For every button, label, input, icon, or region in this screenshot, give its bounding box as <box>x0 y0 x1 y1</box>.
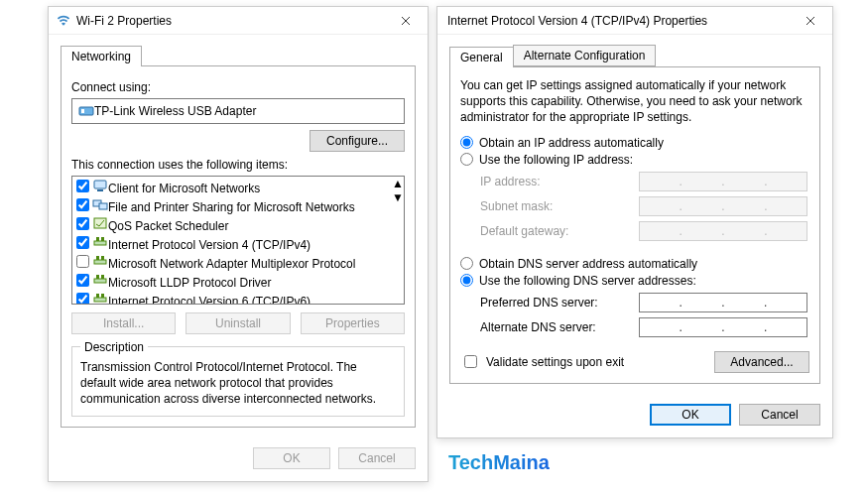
radio-ip-manual-input[interactable] <box>460 153 473 166</box>
list-item[interactable]: Internet Protocol Version 6 (TCP/IPv6) <box>72 290 392 304</box>
general-panel: You can get IP settings assigned automat… <box>449 67 820 384</box>
svg-rect-18 <box>101 294 104 298</box>
protocol-icon <box>92 254 108 268</box>
alternate-dns-field[interactable]: . . . <box>639 317 807 337</box>
adapter-name: TP-Link Wireless USB Adapter <box>94 104 256 118</box>
alternate-dns-octet-1[interactable] <box>647 319 673 335</box>
list-item-checkbox[interactable] <box>76 198 89 211</box>
list-item-label: Microsoft LLDP Protocol Driver <box>108 276 272 290</box>
protocol-icon <box>92 273 108 287</box>
alternate-dns-label: Alternate DNS server: <box>480 320 639 334</box>
list-item-checkbox[interactable] <box>76 180 89 192</box>
titlebar: Internet Protocol Version 4 (TCP/IPv4) P… <box>437 7 832 35</box>
list-item[interactable]: Microsoft Network Adapter Multiplexor Pr… <box>72 252 392 271</box>
subnet-mask-label: Subnet mask: <box>480 199 639 213</box>
close-button[interactable] <box>791 8 830 34</box>
install-button[interactable]: Install... <box>71 312 176 334</box>
list-item-checkbox[interactable] <box>76 293 89 304</box>
adapter-field: TP-Link Wireless USB Adapter <box>71 98 405 124</box>
svg-rect-7 <box>94 241 106 245</box>
close-button[interactable] <box>386 8 426 34</box>
radio-ip-auto[interactable]: Obtain an IP address automatically <box>460 136 809 150</box>
list-item-checkbox[interactable] <box>76 217 89 230</box>
subnet-mask-field: ... <box>639 196 807 216</box>
dialog-title: Internet Protocol Version 4 (TCP/IPv4) P… <box>445 14 791 28</box>
adapter-icon <box>78 104 94 118</box>
intro-text: You can get IP settings assigned automat… <box>460 77 809 126</box>
properties-button[interactable]: Properties <box>301 312 405 334</box>
radio-dns-auto-label: Obtain DNS server address automatically <box>479 257 697 271</box>
cancel-button[interactable]: Cancel <box>338 447 416 469</box>
tab-networking[interactable]: Networking <box>61 46 142 66</box>
connection-items-listbox[interactable]: Client for Microsoft NetworksFile and Pr… <box>71 176 405 305</box>
validate-settings-input[interactable] <box>464 355 477 368</box>
radio-dns-auto[interactable]: Obtain DNS server address automatically <box>460 257 809 271</box>
list-item-checkbox[interactable] <box>76 274 89 287</box>
scroll-down-arrow[interactable]: ▼ <box>392 190 404 204</box>
list-item[interactable]: QoS Packet Scheduler <box>72 214 392 233</box>
preferred-dns-field[interactable]: . . . <box>639 293 807 312</box>
list-item-label: QoS Packet Scheduler <box>108 219 228 233</box>
wifi-icon <box>57 14 70 28</box>
radio-ip-manual-label: Use the following IP address: <box>479 153 633 167</box>
list-item[interactable]: File and Printer Sharing for Microsoft N… <box>72 195 392 214</box>
networking-panel: Connect using: TP-Link Wireless USB Adap… <box>61 66 416 428</box>
radio-ip-auto-input[interactable] <box>460 136 473 149</box>
wifi-properties-dialog: Wi-Fi 2 Properties Networking Connect us… <box>48 6 429 482</box>
dialog-body: General Alternate Configuration You can … <box>437 35 832 394</box>
ok-button[interactable]: OK <box>650 404 731 426</box>
list-item-checkbox[interactable] <box>76 236 89 249</box>
svg-rect-12 <box>101 256 104 260</box>
ipv4-properties-dialog: Internet Protocol Version 4 (TCP/IPv4) P… <box>436 6 833 438</box>
ip-address-label: IP address: <box>480 175 639 188</box>
cancel-button[interactable]: Cancel <box>739 404 820 426</box>
description-groupbox: Description Transmission Control Protoco… <box>71 346 405 417</box>
radio-dns-manual-label: Use the following DNS server addresses: <box>479 274 696 288</box>
list-item[interactable]: Internet Protocol Version 4 (TCP/IPv4) <box>72 233 392 252</box>
svg-rect-5 <box>99 203 107 209</box>
default-gateway-row: Default gateway: ... <box>480 221 809 241</box>
alternate-dns-row: Alternate DNS server: . . . <box>480 317 809 337</box>
list-item[interactable]: Client for Microsoft Networks <box>72 177 392 195</box>
validate-settings-checkbox[interactable]: Validate settings upon exit <box>460 352 624 371</box>
advanced-button[interactable]: Advanced... <box>714 351 809 373</box>
uninstall-button[interactable]: Uninstall <box>186 312 290 334</box>
tab-general[interactable]: General <box>449 47 514 67</box>
alternate-dns-octet-2[interactable] <box>689 319 715 335</box>
scroll-up-arrow[interactable]: ▲ <box>392 177 404 190</box>
alternate-dns-octet-4[interactable] <box>774 319 800 335</box>
list-item[interactable]: Microsoft LLDP Protocol Driver <box>72 271 392 290</box>
protocol-icon <box>92 292 108 304</box>
svg-rect-17 <box>96 294 99 298</box>
connect-using-label: Connect using: <box>71 80 405 94</box>
preferred-dns-label: Preferred DNS server: <box>480 296 639 310</box>
svg-rect-15 <box>101 275 104 279</box>
preferred-dns-octet-4[interactable] <box>774 295 800 311</box>
svg-rect-16 <box>94 298 106 302</box>
dialog-title: Wi-Fi 2 Properties <box>76 14 386 28</box>
preferred-dns-octet-3[interactable] <box>731 295 757 311</box>
dialog-body: Networking Connect using: TP-Link Wirele… <box>49 35 428 437</box>
svg-rect-14 <box>96 275 99 279</box>
protocol-icon <box>92 216 108 230</box>
description-title: Description <box>80 340 148 354</box>
configure-button[interactable]: Configure... <box>310 130 405 152</box>
list-item-checkbox[interactable] <box>76 255 89 268</box>
preferred-dns-octet-2[interactable] <box>689 295 715 311</box>
ok-button[interactable]: OK <box>253 447 330 469</box>
svg-rect-8 <box>96 237 99 241</box>
validate-settings-label: Validate settings upon exit <box>486 355 624 369</box>
preferred-dns-octet-1[interactable] <box>647 295 673 311</box>
tab-alternate-configuration[interactable]: Alternate Configuration <box>513 45 657 66</box>
protocol-icon <box>92 235 108 249</box>
radio-ip-manual[interactable]: Use the following IP address: <box>460 153 809 167</box>
radio-dns-manual[interactable]: Use the following DNS server addresses: <box>460 274 809 288</box>
protocol-icon <box>92 197 108 211</box>
radio-dns-auto-input[interactable] <box>460 257 473 270</box>
radio-dns-manual-input[interactable] <box>460 274 473 287</box>
ip-address-row: IP address: ... <box>480 172 809 191</box>
alternate-dns-octet-3[interactable] <box>731 319 757 335</box>
vertical-scrollbar[interactable]: ▲ ▼ <box>392 177 404 304</box>
svg-rect-6 <box>94 218 106 228</box>
default-gateway-field: ... <box>639 221 807 241</box>
